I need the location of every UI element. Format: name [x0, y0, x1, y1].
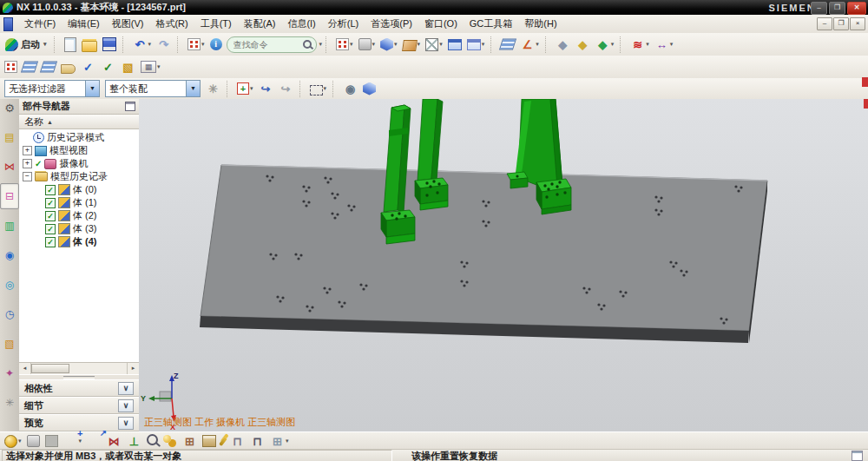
- selection-filter-dropdown[interactable]: 无选择过滤器 ▼: [4, 80, 100, 97]
- shaded-select-icon[interactable]: [361, 79, 378, 98]
- base-plate-body[interactable]: [200, 165, 767, 343]
- collapse-icon[interactable]: −: [23, 172, 32, 181]
- dropdown-arrow-icon[interactable]: ▾: [418, 41, 421, 48]
- history-tab[interactable]: ◷: [0, 301, 19, 327]
- dropdown-arrow-icon[interactable]: ▾: [350, 41, 353, 48]
- play-view-icon[interactable]: ◆▾: [594, 35, 616, 54]
- dropdown-arrow-icon[interactable]: ▾: [482, 41, 485, 48]
- tree-row[interactable]: ✓体 (3): [19, 222, 139, 235]
- dropdown-arrow-icon[interactable]: ▾: [79, 438, 82, 445]
- command-finder-input[interactable]: [232, 39, 303, 50]
- move-object-icon[interactable]: [3, 57, 19, 76]
- window-cascade-icon[interactable]: [446, 35, 464, 54]
- exploded-views-icon[interactable]: ⊞▾: [268, 431, 291, 451]
- tree-row[interactable]: +✓摄像机: [19, 157, 139, 170]
- panel-pin-icon[interactable]: [125, 102, 135, 111]
- new-component-icon[interactable]: [201, 431, 218, 451]
- tree-row[interactable]: −模型历史记录: [19, 170, 139, 183]
- select-previous-icon[interactable]: ↪: [257, 79, 275, 98]
- tree-row[interactable]: ✓体 (0): [19, 183, 139, 196]
- orient-view-icon[interactable]: ▾: [401, 35, 423, 54]
- view-tag-icon[interactable]: [59, 57, 77, 76]
- snap-point-icon[interactable]: +▾: [235, 79, 255, 98]
- window-expand-icon[interactable]: ▾: [465, 35, 487, 54]
- highlight-faces-icon[interactable]: ◉: [341, 79, 359, 98]
- panel-section-2[interactable]: 细节∨: [19, 397, 139, 414]
- add-component-icon[interactable]: ▾: [62, 431, 84, 451]
- scroll-left-icon[interactable]: ◂: [19, 363, 31, 374]
- find-component-icon[interactable]: ▾: [3, 431, 23, 451]
- visibility-checkbox[interactable]: ✓: [45, 237, 56, 247]
- assembly-constraints-spring-icon[interactable]: ≋▾: [628, 35, 651, 54]
- wireframe-view-icon[interactable]: ▾: [424, 35, 444, 54]
- dropdown-arrow-icon[interactable]: ▾: [611, 41, 615, 48]
- menu-item-1[interactable]: 文件(F): [18, 16, 62, 32]
- snap-disabled-icon[interactable]: ✳: [204, 79, 222, 98]
- open-file-icon[interactable]: [80, 35, 99, 54]
- dropdown-arrow-icon[interactable]: ▾: [646, 41, 649, 48]
- display-mode-icon[interactable]: ▦▾: [139, 57, 162, 76]
- tree-row[interactable]: ✓体 (4): [19, 235, 139, 248]
- constraint-navigator-tab[interactable]: ⋈: [0, 154, 19, 180]
- menu-item-7[interactable]: 信息(I): [281, 16, 321, 32]
- menu-item-4[interactable]: 格式(R): [149, 16, 194, 32]
- new-file-icon[interactable]: [62, 35, 78, 54]
- menu-item-8[interactable]: 分析(L): [322, 16, 365, 32]
- fit-view-icon[interactable]: ▾: [334, 35, 355, 54]
- visibility-checkbox[interactable]: ✓: [45, 224, 56, 234]
- gear-diamond-icon[interactable]: ◆: [574, 35, 592, 54]
- system-scenes-tab[interactable]: ✳: [0, 390, 19, 416]
- visibility-checkbox[interactable]: ✓: [45, 185, 56, 195]
- start-menu-button[interactable]: 启动▾: [2, 35, 50, 54]
- menu-item-6[interactable]: 装配(A): [238, 16, 282, 32]
- menu-item-5[interactable]: 工具(T): [194, 16, 238, 32]
- redo-icon[interactable]: ↷: [155, 35, 173, 54]
- child-minimize-button[interactable]: –: [817, 17, 832, 30]
- shaded-view-icon[interactable]: ▾: [378, 35, 399, 54]
- dropdown-arrow-icon[interactable]: ▾: [286, 438, 289, 445]
- undo-icon[interactable]: ↶▾: [131, 35, 154, 54]
- dropdown-arrow-icon[interactable]: ▾: [394, 41, 398, 48]
- open-component-icon[interactable]: [25, 431, 42, 451]
- name-column-header[interactable]: 名称 ▲: [19, 115, 139, 129]
- layer-category-icon[interactable]: [40, 57, 57, 76]
- wave-link-check-icon[interactable]: ✓: [79, 57, 97, 76]
- remember-constraints-icon[interactable]: [220, 431, 227, 451]
- dropdown-arrow-icon[interactable]: ▾: [536, 41, 539, 48]
- interpart-box-icon[interactable]: ▧: [119, 57, 137, 76]
- menu-item-3[interactable]: 视图(V): [106, 16, 150, 32]
- dropdown-arrow-icon[interactable]: ▾: [324, 85, 327, 92]
- tree-row[interactable]: ✓体 (2): [19, 209, 139, 222]
- dropdown-arrow-icon[interactable]: ▾: [18, 438, 22, 445]
- command-finder[interactable]: [227, 36, 317, 53]
- dropdown-arrow-icon[interactable]: ▼: [186, 81, 200, 96]
- menu-item-2[interactable]: 编辑(E): [62, 16, 106, 32]
- visibility-checkbox[interactable]: ✓: [45, 211, 56, 221]
- datum-csys-icon[interactable]: ∠▾: [518, 35, 541, 54]
- tree-row[interactable]: ✓体 (1): [19, 196, 139, 209]
- resource-settings-gear-icon[interactable]: ⚙: [2, 102, 17, 115]
- web-browser-tab[interactable]: ◎: [0, 272, 19, 298]
- dropdown-arrow-icon[interactable]: ▾: [670, 41, 674, 48]
- close-button[interactable]: ✕: [847, 2, 866, 15]
- hd3d-tools-tab[interactable]: ◉: [0, 242, 19, 268]
- tree-row[interactable]: +模型视图: [19, 144, 139, 157]
- scrollbar-thumb[interactable]: [31, 364, 69, 373]
- save-icon[interactable]: [101, 35, 118, 54]
- horizontal-scrollbar[interactable]: ◂ ▸: [19, 362, 139, 374]
- child-close-button[interactable]: ×: [850, 17, 865, 30]
- pattern-component-icon[interactable]: ⊞: [181, 431, 199, 451]
- dropdown-arrow-icon[interactable]: ▾: [319, 41, 323, 48]
- part-navigator-tab[interactable]: ⊟: [0, 183, 19, 209]
- green-column-right-body[interactable]: [415, 99, 448, 210]
- process-studio-tab[interactable]: ▧: [0, 331, 19, 357]
- menu-item-12[interactable]: 帮助(H): [518, 16, 562, 32]
- substitute-component-icon[interactable]: ⊓: [248, 431, 266, 451]
- reuse-library-tab[interactable]: ▥: [0, 213, 19, 239]
- child-window-icon[interactable]: [3, 17, 13, 31]
- chevron-down-icon[interactable]: ∨: [118, 417, 134, 430]
- dropdown-arrow-icon[interactable]: ▾: [372, 41, 376, 48]
- graphics-viewport[interactable]: Z Y X 正三轴测图 工作 摄像机 正三轴测图: [139, 99, 868, 431]
- menu-item-10[interactable]: 窗口(O): [418, 16, 464, 32]
- menu-item-9[interactable]: 首选项(P): [365, 16, 418, 32]
